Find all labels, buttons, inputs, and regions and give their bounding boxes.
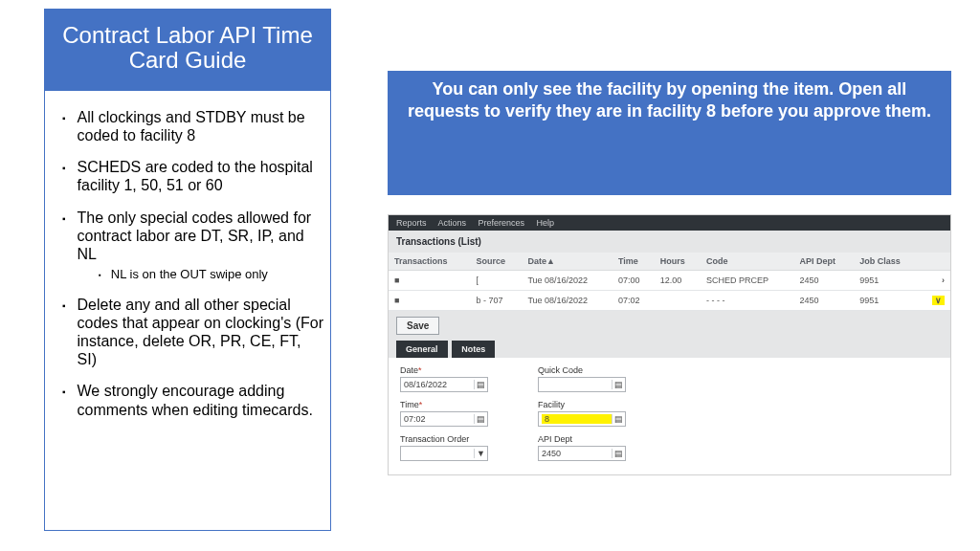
row-date: Tue 08/16/2022	[522, 271, 612, 291]
row-time: 07:00	[612, 271, 655, 291]
time-input[interactable]: 07:02▤	[400, 411, 488, 427]
th-date[interactable]: Date▲	[522, 253, 612, 271]
menu-actions[interactable]: Actions	[438, 218, 467, 228]
date-input[interactable]: 08/16/2022▤	[400, 377, 488, 392]
left-panel: Contract Labor API Time Card Guide ▪All …	[44, 9, 331, 531]
save-button[interactable]: Save	[396, 317, 439, 335]
transaction-order-input[interactable]: ▼	[400, 446, 488, 461]
menu-reports[interactable]: Reports	[396, 218, 427, 228]
bullet-5-text: We strongly encourage adding comments wh…	[78, 382, 324, 418]
sub-bullet-1-text: NL is on the OUT swipe only	[111, 267, 268, 282]
lookup-icon[interactable]: ▤	[612, 414, 625, 424]
row-date: Tue 08/16/2022	[522, 291, 612, 311]
facility-input[interactable]: 8▤	[538, 411, 626, 427]
table-row[interactable]: ■ [ Tue 08/16/2022 07:00 12.00 SCHED PRC…	[389, 271, 950, 291]
th-hours[interactable]: Hours	[655, 253, 701, 271]
table-row[interactable]: ■ b - 707 Tue 08/16/2022 07:02 - - - - 2…	[389, 291, 950, 311]
th-dept[interactable]: API Dept	[793, 253, 854, 271]
facility-label: Facility	[538, 400, 653, 409]
bullet-2-text: SCHEDS are coded to the hospital facilit…	[78, 158, 324, 194]
expand-row-icon[interactable]: ›	[920, 271, 950, 291]
bullet-1-text: All clockings and STDBY must be coded to…	[78, 108, 324, 144]
bullet-3: ▪The only special codes allowed for cont…	[45, 209, 324, 264]
tab-notes[interactable]: Notes	[452, 341, 495, 358]
table-header-row: Transactions Source Date▲ Time Hours Cod…	[389, 253, 950, 271]
th-source[interactable]: Source	[471, 253, 523, 271]
apidept-label: API Dept	[538, 434, 653, 444]
row-code: SCHED PRCEP	[701, 271, 794, 291]
expand-row-icon[interactable]: ∨	[920, 291, 950, 311]
bullet-2: ▪SCHEDS are coded to the hospital facili…	[45, 158, 324, 194]
row-source: b - 707	[471, 291, 523, 311]
bullet-1: ▪All clockings and STDBY must be coded t…	[45, 108, 324, 144]
row-hours: 12.00	[655, 271, 701, 291]
transaction-order-field-group: Transaction Order ▼	[400, 434, 515, 461]
menu-help[interactable]: Help	[537, 218, 555, 228]
bullet-4-text: Delete any and all other special codes t…	[78, 296, 324, 369]
row-code: - - - -	[701, 291, 794, 311]
lookup-icon[interactable]: ▤	[612, 380, 625, 389]
bullet-3-text: The only special codes allowed for contr…	[78, 209, 324, 264]
date-label: Date*	[400, 365, 515, 375]
tab-general[interactable]: General	[396, 341, 448, 358]
date-field-group: Date* 08/16/2022▤	[400, 365, 515, 392]
row-job: 9951	[854, 271, 920, 291]
th-jobclass[interactable]: Job Class	[854, 253, 920, 271]
transaction-order-label: Transaction Order	[400, 434, 515, 444]
row-icon: ■	[389, 271, 471, 291]
time-label: Time*	[400, 400, 515, 409]
row-dept: 2450	[793, 291, 854, 311]
app-menu-bar: Reports Actions Preferences Help	[389, 215, 950, 231]
th-code[interactable]: Code	[701, 253, 794, 271]
apidept-field-group: API Dept 2450▤	[538, 434, 653, 461]
detail-form: Date* 08/16/2022▤ Quick Code ▤ Time* 07:…	[389, 358, 950, 474]
sort-asc-icon: ▲	[546, 256, 555, 266]
apidept-input[interactable]: 2450▤	[538, 446, 626, 461]
left-bullets: ▪All clockings and STDBY must be coded t…	[45, 91, 330, 438]
bullet-5: ▪We strongly encourage adding comments w…	[45, 382, 324, 418]
row-job: 9951	[854, 291, 920, 311]
row-icon: ■	[389, 291, 471, 311]
menu-preferences[interactable]: Preferences	[479, 218, 525, 228]
th-time[interactable]: Time	[612, 253, 655, 271]
time-field-group: Time* 07:02▤	[400, 400, 515, 427]
left-title: Contract Labor API Time Card Guide	[45, 10, 330, 91]
lookup-icon[interactable]: ▤	[612, 449, 625, 458]
row-time: 07:02	[612, 291, 655, 311]
transactions-title: Transactions (List)	[389, 231, 950, 253]
calendar-icon[interactable]: ▤	[474, 380, 487, 389]
transactions-table: Transactions Source Date▲ Time Hours Cod…	[389, 253, 950, 311]
facility-field-group: Facility 8▤	[538, 400, 653, 427]
right-instruction: You can only see the facility by opening…	[388, 71, 951, 195]
quickcode-label: Quick Code	[538, 365, 653, 375]
app-screenshot: Reports Actions Preferences Help Transac…	[388, 214, 951, 475]
chevron-down-icon[interactable]: ▼	[474, 449, 487, 458]
row-hours	[655, 291, 701, 311]
quickcode-field-group: Quick Code ▤	[538, 365, 653, 392]
th-transactions[interactable]: Transactions	[389, 253, 471, 271]
row-dept: 2450	[793, 271, 854, 291]
row-source: [	[471, 271, 523, 291]
bullet-4: ▪Delete any and all other special codes …	[45, 296, 324, 369]
quickcode-input[interactable]: ▤	[538, 377, 626, 392]
detail-tabs: General Notes	[389, 341, 950, 358]
sub-bullet-1: ▪NL is on the OUT swipe only	[45, 267, 324, 282]
lookup-icon[interactable]: ▤	[474, 414, 487, 424]
